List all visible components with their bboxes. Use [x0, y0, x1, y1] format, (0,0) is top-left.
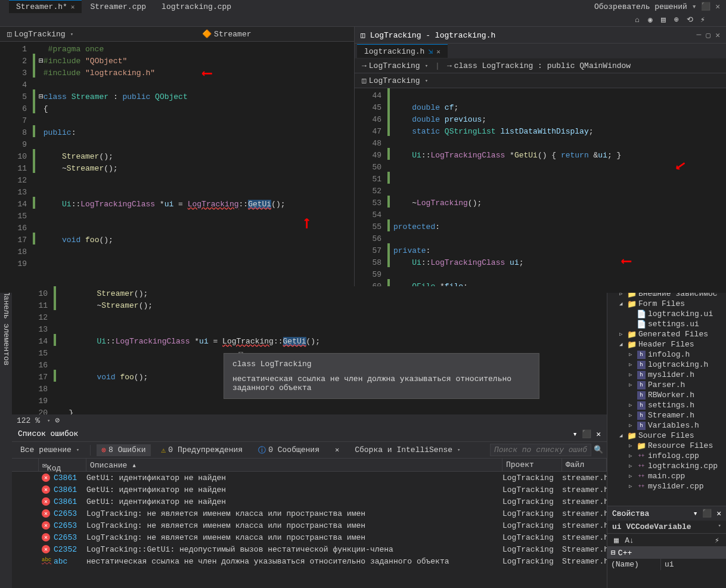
tree-item[interactable]: 📄settings.ui [610, 319, 724, 329]
no-issues-icon: ⊘ [55, 416, 60, 425]
tree-item[interactable]: ▷hVariables.h [610, 420, 724, 431]
error-row[interactable]: ✕C2653LogTracking: не является именем кл… [12, 519, 607, 531]
error-row[interactable]: ✕C2653LogTracking: не является именем кл… [12, 531, 607, 543]
tab-logtracking-h[interactable]: logtracking.h ⇲ ✕ [357, 44, 448, 58]
tab-bar: Streamer.h*✕ Streamer.cpp logtracking.cp… [0, 0, 726, 13]
tree-item[interactable]: ▷📁Generated Files [610, 329, 724, 339]
toolbar-icon[interactable]: ⚡ [697, 14, 708, 25]
tree-item[interactable]: ▷hmyslider.h [610, 370, 724, 380]
prop-row[interactable]: (Name) ui [607, 559, 726, 570]
tree-item[interactable]: ▷++myslider.cpp [610, 481, 724, 491]
tree-item[interactable]: hRBWorker.h [610, 390, 724, 400]
tab-streamer-cpp[interactable]: Streamer.cpp [83, 1, 153, 13]
search-icon[interactable]: 🔍 [594, 445, 603, 454]
tree-item[interactable]: ▷++main.cpp [610, 471, 724, 481]
alphabetize-icon[interactable]: A↓ [624, 535, 635, 546]
toolbar-icon[interactable]: ▤ [658, 14, 669, 25]
nav-bar-left: ◫ LogTracking▾ 🔶 Streamer [0, 27, 354, 42]
prop-page-icon[interactable]: ⚡ [712, 535, 722, 546]
error-row[interactable]: abcabcнестатическая ссылка не член должн… [12, 555, 607, 567]
error-row[interactable]: ✕C3861GetUi: идентификатор не найденLogT… [12, 496, 607, 507]
error-row[interactable]: ✕C3861GetUi: идентификатор не найденLogT… [12, 472, 607, 484]
tab-streamer-h[interactable]: Streamer.h*✕ [9, 0, 82, 13]
nav-sub[interactable]: ◫ LogTracking▾ [357, 76, 433, 85]
prop-category[interactable]: ⊟ C++ [607, 547, 726, 559]
clear-filter-icon[interactable]: ✕ [330, 444, 344, 456]
close-icon[interactable]: ✕ [716, 509, 721, 518]
code-editor-left[interactable]: 12345678910111213141516171819 #pragma on… [0, 42, 354, 293]
zoom-bar: 122 % ▾ ⊘ [12, 414, 607, 426]
categorize-icon[interactable]: ▦ [611, 535, 622, 546]
toolbar-icon[interactable]: ⟲ [684, 14, 695, 25]
close-icon[interactable]: ✕ [596, 430, 601, 439]
annotation-arrow: ⟵ [299, 219, 316, 227]
solution-tree[interactable]: ▷📁Внешние зависимос◢📁Form Files📄logtrack… [607, 286, 726, 506]
tree-item[interactable]: ◢📁Source Files [610, 431, 724, 441]
tree-item[interactable]: ▷++infolog.cpp [610, 451, 724, 461]
properties-header: Свойства ▾ ⬛ ✕ [607, 506, 726, 521]
annotation-arrow: ⟵ [622, 252, 631, 270]
maximize-icon[interactable]: ▢ [706, 30, 711, 40]
warnings-filter[interactable]: ⚠ 0 Предупреждения [157, 444, 248, 456]
intellisense-tooltip: class LogTracking нестатическая ссылка н… [224, 353, 539, 399]
nav-scope[interactable]: ◫ LogTracking▾ [2, 29, 78, 39]
nav-class[interactable]: → class LogTracking : public QMainWindow [442, 61, 635, 70]
tree-item[interactable]: ▷++logtracking.cpp [610, 461, 724, 471]
tree-item[interactable]: ▷hParser.h [610, 380, 724, 390]
nav-member[interactable]: 🔶 Streamer [197, 29, 256, 39]
error-row[interactable]: ✕C2653LogTracking: не является именем кл… [12, 507, 607, 519]
nav-scope[interactable]: → LogTracking▾ [357, 61, 433, 70]
toolbox-panel-tab[interactable]: Панель элементов [0, 286, 12, 588]
errors-filter[interactable]: ⊗ 8 Ошибки [97, 444, 150, 456]
tree-item[interactable]: ▷hStreamer.h [610, 410, 724, 420]
annotation-arrow: ⟵ [203, 64, 211, 82]
tree-item[interactable]: ▷hinfolog.h [610, 349, 724, 360]
solution-explorer-title: Обозреватель решений ▾ ⬛ ✕ [588, 2, 726, 11]
toolbar-icon[interactable]: ⊕ [671, 14, 682, 25]
properties-object[interactable]: ui VCCodeVariable▾ [607, 521, 726, 534]
error-list-columns: ✉Код Описание ▴ Проект Файл [12, 459, 607, 472]
messages-filter[interactable]: ⓘ 0 Сообщения [253, 444, 324, 457]
tree-item[interactable]: ▷hsettings.h [610, 400, 724, 410]
code-editor-right[interactable]: 4445464748495051525354555657585960 doubl… [355, 88, 726, 293]
tree-item[interactable]: ▷hlogtracking.h [610, 360, 724, 370]
close-icon[interactable]: ✕ [436, 48, 440, 55]
code-editor-bottom[interactable]: 1011121314151617181920 Streamer(); ~Stre… [12, 286, 607, 414]
toolbar-icon[interactable]: ◉ [645, 14, 656, 25]
toolbar-icon[interactable]: ⌂ [632, 14, 643, 25]
tree-item[interactable]: ◢📁Header Files [610, 339, 724, 349]
tree-item[interactable]: 📄logtracking.ui [610, 309, 724, 319]
error-row[interactable]: ✕C2352LogTracking::GetUi: недопустимый в… [12, 543, 607, 555]
tree-item[interactable]: ◢📁Form Files [610, 299, 724, 309]
error-row[interactable]: ✕C3861GetUi: идентификатор не найденLogT… [12, 484, 607, 496]
build-filter[interactable]: Сборка и IntelliSense▾ [350, 444, 465, 456]
lookup-window-title: ◫ LogTracking - logtracking.h ─▢✕ [355, 27, 726, 44]
close-icon[interactable]: ✕ [715, 30, 720, 40]
scope-filter[interactable]: Все решение▾ [15, 444, 84, 456]
tree-item[interactable]: ▷📁Resource Files [610, 441, 724, 451]
search-input[interactable] [490, 444, 591, 456]
error-list-header: Список ошибок ▾ ⬛ ✕ [12, 426, 607, 442]
close-icon[interactable]: ✕ [71, 3, 75, 11]
tab-logtracking-cpp[interactable]: logtracking.cpp [154, 1, 238, 13]
zoom-level[interactable]: 122 % [17, 416, 40, 425]
minimize-icon[interactable]: ─ [697, 30, 702, 40]
